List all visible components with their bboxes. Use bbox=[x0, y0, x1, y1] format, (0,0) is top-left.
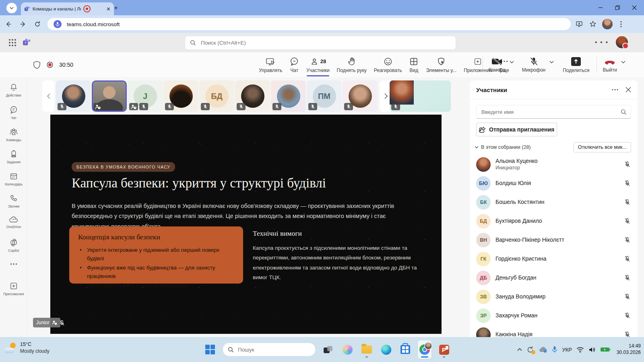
participant-row[interactable]: БКБошель Костянтин bbox=[470, 193, 638, 212]
powerpoint-icon[interactable]: P bbox=[437, 340, 451, 359]
sidebar-item-Действие[interactable]: Действие bbox=[0, 83, 27, 97]
sidebar-item-Copilot[interactable]: Copilot bbox=[0, 238, 27, 253]
file-explorer-icon[interactable] bbox=[360, 340, 374, 359]
pinned-video-tile[interactable] bbox=[390, 80, 451, 112]
tab-list-chevron-icon[interactable] bbox=[6, 3, 17, 13]
participant-mic-off-icon[interactable] bbox=[623, 236, 631, 244]
tab-close-icon[interactable]: ✕ bbox=[106, 6, 111, 12]
meeting-security-shield-icon[interactable] bbox=[33, 61, 41, 69]
address-pill[interactable] bbox=[47, 18, 571, 30]
toolbar-chat-button[interactable]: Чат bbox=[286, 52, 303, 77]
leave-button[interactable]: Выйти bbox=[601, 57, 619, 73]
toolbar-react-button[interactable]: Реагировать bbox=[370, 52, 406, 77]
microsoft-store-icon[interactable] bbox=[398, 340, 412, 359]
video-tile[interactable] bbox=[235, 80, 270, 112]
reload-icon[interactable] bbox=[31, 18, 43, 30]
participant-search-field[interactable] bbox=[476, 105, 631, 119]
bookmark-star-icon[interactable] bbox=[588, 19, 598, 29]
leave-options-chevron-icon[interactable] bbox=[619, 61, 628, 64]
forward-icon[interactable] bbox=[17, 18, 29, 30]
site-permissions-mic-icon[interactable] bbox=[53, 20, 62, 29]
participant-row[interactable]: ЗВЗануда Володимир bbox=[470, 287, 638, 306]
taskbar-search-input[interactable] bbox=[237, 346, 299, 353]
language-indicator[interactable]: УКР bbox=[562, 347, 572, 353]
send-invite-button[interactable]: Отправка приглашения bbox=[476, 123, 557, 136]
participant-mic-off-icon[interactable] bbox=[623, 293, 631, 300]
sidebar-item-OneDrive[interactable]: OneDrive bbox=[0, 216, 27, 229]
window-restore-icon[interactable] bbox=[615, 5, 620, 10]
edge-icon[interactable] bbox=[379, 340, 393, 359]
video-tile[interactable] bbox=[271, 80, 306, 112]
sidebar-item-Чат[interactable]: Чат bbox=[0, 105, 27, 120]
participant-mic-off-icon[interactable] bbox=[623, 198, 631, 206]
section-chevron-icon[interactable] bbox=[475, 146, 479, 148]
sidebar-item-Задания[interactable]: Задания bbox=[0, 150, 27, 164]
participant-row[interactable]: Каюкіна Надія bbox=[470, 325, 638, 337]
panel-more-icon[interactable] bbox=[612, 89, 618, 90]
participant-mic-off-icon[interactable] bbox=[623, 217, 631, 225]
panel-close-icon[interactable] bbox=[625, 87, 631, 93]
participant-row[interactable]: Альона КуценкоИнициатор bbox=[470, 155, 638, 174]
participant-row[interactable]: БЮБолдиш Юлія bbox=[470, 174, 638, 193]
start-button[interactable] bbox=[203, 340, 217, 359]
participant-mic-off-icon[interactable] bbox=[623, 331, 631, 337]
browser-tab[interactable]: T Команды и каналы | Лекції ✕ bbox=[21, 2, 114, 15]
sidebar-item-Календарь[interactable]: Календарь bbox=[0, 172, 27, 186]
participant-row[interactable]: ГКГордієнко Кристина bbox=[470, 249, 638, 268]
microphone-options-chevron-icon[interactable] bbox=[547, 61, 556, 64]
participant-row[interactable]: ДБДеньгуб Богдан bbox=[470, 268, 638, 287]
app-launcher-waffle-icon[interactable] bbox=[9, 39, 16, 46]
sidebar-item-Звонки[interactable]: Звонки bbox=[0, 194, 27, 208]
toolbar-participants-button[interactable]: 28Участники bbox=[303, 52, 333, 77]
volume-icon[interactable] bbox=[588, 347, 596, 353]
task-view-icon[interactable] bbox=[321, 340, 335, 359]
window-close-icon[interactable] bbox=[632, 5, 637, 10]
toolbar-raise-hand-button[interactable]: Поднять руку bbox=[333, 52, 370, 77]
wifi-icon[interactable] bbox=[576, 347, 584, 353]
sidebar-item-Приложения[interactable]: Приложения bbox=[0, 282, 27, 296]
participant-mic-off-icon[interactable] bbox=[623, 255, 631, 263]
install-app-icon[interactable] bbox=[574, 19, 584, 29]
sidebar-item-Команды[interactable]: Команды bbox=[0, 128, 27, 142]
participant-row[interactable]: ВНВарченко-Пікінер Ніколєтт bbox=[470, 230, 638, 249]
browser-profile-avatar[interactable] bbox=[602, 19, 613, 29]
video-tile[interactable]: БД bbox=[199, 80, 234, 112]
teams-search-input[interactable] bbox=[200, 39, 427, 46]
user-avatar[interactable] bbox=[616, 36, 628, 48]
camera-options-chevron-icon[interactable] bbox=[507, 61, 516, 64]
teams-logo-icon[interactable]: T bbox=[23, 38, 31, 47]
strip-scroll-left-icon[interactable] bbox=[42, 80, 54, 112]
share-button[interactable]: Поделиться bbox=[561, 57, 591, 73]
chrome-icon[interactable] bbox=[418, 340, 431, 359]
video-tile[interactable]: ПМ bbox=[307, 80, 342, 112]
url-input[interactable] bbox=[66, 21, 510, 28]
video-tile[interactable]: J? bbox=[128, 80, 163, 112]
teams-search-bar[interactable] bbox=[185, 36, 456, 49]
taskbar-search[interactable] bbox=[223, 343, 316, 356]
participant-mic-off-icon[interactable] bbox=[623, 160, 631, 168]
battery-icon[interactable] bbox=[600, 347, 611, 352]
onedrive-tray-icon[interactable]: i bbox=[539, 347, 547, 353]
back-icon[interactable] bbox=[2, 18, 14, 30]
camera-button[interactable]: Камера bbox=[487, 57, 507, 73]
mute-all-button[interactable]: Отключить все мик... bbox=[574, 142, 631, 152]
update-sync-icon[interactable] bbox=[526, 346, 534, 354]
video-tile[interactable] bbox=[163, 80, 198, 112]
video-tile[interactable]: ? bbox=[92, 80, 127, 112]
microphone-tray-icon[interactable] bbox=[552, 346, 557, 353]
microphone-button[interactable]: Микрофон bbox=[520, 57, 547, 73]
video-tile[interactable] bbox=[56, 80, 91, 112]
weather-widget[interactable]: 15°C Mostly cloudy bbox=[4, 341, 50, 354]
participant-search-input[interactable] bbox=[481, 109, 621, 115]
browser-menu-kebab-icon[interactable] bbox=[616, 19, 626, 29]
video-tile[interactable] bbox=[343, 80, 378, 112]
copilot-icon[interactable] bbox=[341, 340, 354, 359]
participant-mic-off-icon[interactable] bbox=[623, 312, 631, 319]
participant-mic-off-icon[interactable] bbox=[623, 274, 631, 282]
header-more-icon[interactable]: • • • bbox=[595, 39, 609, 45]
tray-chevron-up-icon[interactable] bbox=[517, 348, 522, 351]
participant-mic-off-icon[interactable] bbox=[623, 179, 631, 187]
sidebar-item-more[interactable] bbox=[0, 263, 27, 265]
participant-row[interactable]: БДБухтіяров Данило bbox=[470, 212, 638, 230]
clock-widget[interactable]: 14:49 30.03.2026 bbox=[617, 343, 641, 356]
